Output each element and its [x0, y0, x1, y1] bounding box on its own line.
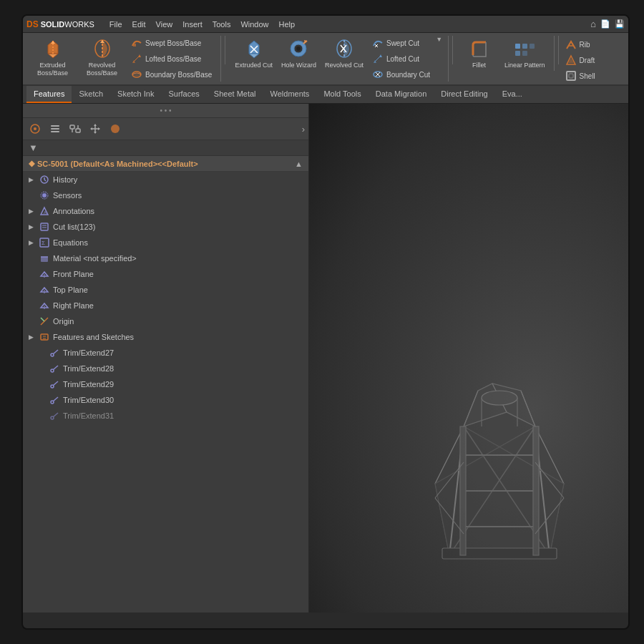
trim30-label: Trim/Extend30: [63, 396, 114, 404]
svg-rect-42: [569, 74, 573, 78]
resize-handle[interactable]: • • •: [23, 104, 308, 118]
tree-item-right-plane[interactable]: Right Plane: [23, 298, 308, 313]
tree-item-sensors[interactable]: Sensors: [23, 187, 308, 203]
tree-item-trim30[interactable]: Trim/Extend30: [23, 392, 308, 408]
svg-rect-37: [522, 51, 527, 56]
trim29-label: Trim/Extend29: [63, 380, 114, 389]
tree-item-front-plane[interactable]: Front Plane: [23, 266, 308, 282]
move-icon: [89, 123, 101, 135]
tab-weldments[interactable]: Weldments: [263, 86, 317, 103]
equations-label: Equations: [53, 238, 88, 247]
tree-item-history[interactable]: ▶ History: [23, 172, 308, 187]
tree-item-trim27[interactable]: Trim/Extend27: [23, 345, 308, 361]
tab-surfaces[interactable]: Surfaces: [161, 86, 206, 103]
feature-tree-panel: • • •: [23, 104, 309, 613]
svg-point-90: [51, 401, 54, 404]
svg-line-87: [54, 366, 59, 370]
svg-rect-108: [442, 548, 557, 559]
trim27-icon: [49, 347, 60, 358]
tab-features[interactable]: Features: [26, 86, 72, 103]
menu-window[interactable]: Window: [236, 19, 273, 30]
menu-file[interactable]: File: [105, 19, 127, 30]
pointer-tool-button[interactable]: [26, 120, 44, 137]
main-area: • • •: [23, 104, 628, 613]
tree-expand-arrow[interactable]: ›: [302, 124, 305, 135]
menu-view[interactable]: View: [152, 19, 177, 30]
svg-line-89: [54, 381, 59, 386]
tab-sheet-metal[interactable]: Sheet Metal: [207, 86, 263, 103]
tab-mold-tools[interactable]: Mold Tools: [316, 86, 368, 103]
tree-item-annotations[interactable]: ▶ A Annotations: [23, 203, 308, 219]
trim27-label: Trim/Extend27: [63, 348, 114, 357]
fillet-label: Fillet: [472, 62, 486, 69]
boundary-boss-base-button[interactable]: Boundary Boss/Base: [128, 67, 215, 82]
swept-cut-button[interactable]: Swept Cut: [369, 36, 433, 50]
menu-insert[interactable]: Insert: [178, 19, 207, 30]
tab-data-migration[interactable]: Data Migration: [369, 86, 434, 103]
boundary-icon: [131, 69, 142, 80]
features-sketches-expand-arrow: ▶: [29, 333, 36, 341]
root-icon: ◆: [29, 159, 34, 168]
extruded-cut-button[interactable]: Extruded Cut: [232, 36, 275, 71]
tree-item-trim29[interactable]: Trim/Extend29: [23, 376, 308, 392]
tree-item-origin[interactable]: Origin: [23, 313, 308, 329]
ribbon-toolbar: Extruded Boss/Base Revolved Bo: [23, 33, 628, 86]
hole-wizard-button[interactable]: Hole Wizard: [278, 36, 319, 71]
menu-bar: DS SOLIDWORKS File Edit View Insert Tool…: [23, 16, 628, 33]
lofted-boss-base-button[interactable]: Lofted Boss/Base: [128, 52, 215, 66]
fillet-button[interactable]: Fillet: [459, 36, 499, 71]
display-button[interactable]: [107, 120, 124, 137]
svg-line-80: [41, 318, 44, 321]
shell-button[interactable]: Shell: [562, 69, 598, 83]
menu-tools[interactable]: Tools: [208, 19, 235, 30]
tree-toolbar: ›: [23, 118, 308, 140]
tree-item-trim31[interactable]: Trim/Extend31: [23, 408, 308, 424]
menu-help[interactable]: Help: [275, 19, 300, 30]
extruded-boss-base-button[interactable]: Extruded Boss/Base: [29, 36, 76, 79]
3d-viewport[interactable]: [309, 104, 628, 613]
tab-sketch-ink[interactable]: Sketch Ink: [110, 86, 161, 103]
tree-root-item[interactable]: ◆ SC-5001 (Default<As Machined><<Default…: [23, 156, 308, 172]
annotations-icon: A: [39, 205, 50, 217]
history-label: History: [53, 175, 77, 184]
tab-sketch[interactable]: Sketch: [72, 86, 110, 103]
fillet-icon: [468, 37, 491, 60]
draft-button[interactable]: Draft: [562, 53, 598, 67]
boundary-cut-button[interactable]: Boundary Cut: [369, 67, 433, 82]
svg-rect-49: [76, 129, 80, 132]
tab-evaluate[interactable]: Eva...: [495, 86, 530, 103]
list-view-button[interactable]: [47, 120, 64, 137]
move-button[interactable]: [87, 120, 104, 137]
svg-point-88: [51, 385, 54, 388]
viewport-background: [309, 104, 628, 613]
swept-boss-base-button[interactable]: Swept Boss/Base: [128, 36, 215, 50]
cut-dropdown-arrow[interactable]: ▼: [436, 36, 442, 43]
svg-marker-12: [249, 41, 259, 54]
separator-1: [225, 36, 225, 64]
revolved-boss-base-button[interactable]: Revolved Boss/Base: [79, 36, 125, 79]
tree-item-features-and-sketches[interactable]: ▶ Features and Sketches: [23, 329, 308, 345]
extrude-cut-icon: [243, 37, 265, 60]
menu-edit[interactable]: Edit: [128, 19, 150, 30]
cutlist-expand-arrow: ▶: [29, 223, 36, 230]
root-expand[interactable]: ▲: [295, 160, 303, 168]
cut-group: Extruded Cut Hole Wizard: [229, 36, 449, 82]
tab-direct-editing[interactable]: Direct Editing: [434, 86, 494, 103]
menu-items: File Edit View Insert Tools Window Help: [105, 19, 299, 30]
tree-item-cutlist[interactable]: ▶ Cut list(123): [23, 219, 308, 235]
new-doc-icon[interactable]: 📄: [600, 19, 610, 29]
tree-item-equations[interactable]: ▶ Σ Equations: [23, 235, 308, 250]
home-icon[interactable]: ⌂: [590, 19, 596, 29]
swept-icon: [131, 37, 142, 49]
tree-item-material[interactable]: Material <not specified>: [23, 250, 308, 266]
lofted-cut-button[interactable]: Lofted Cut: [369, 52, 433, 66]
revolved-cut-button[interactable]: Revolved Cut: [322, 36, 366, 71]
config-button[interactable]: [67, 120, 84, 137]
save-icon[interactable]: 💾: [615, 19, 625, 29]
linear-pattern-button[interactable]: Linear Pattern: [502, 36, 548, 71]
rib-button[interactable]: Rib: [562, 37, 598, 52]
front-plane-label: Front Plane: [53, 270, 94, 278]
tree-item-trim28[interactable]: Trim/Extend28: [23, 361, 308, 376]
tree-item-top-plane[interactable]: Top Plane: [23, 282, 308, 298]
svg-rect-36: [515, 51, 520, 56]
